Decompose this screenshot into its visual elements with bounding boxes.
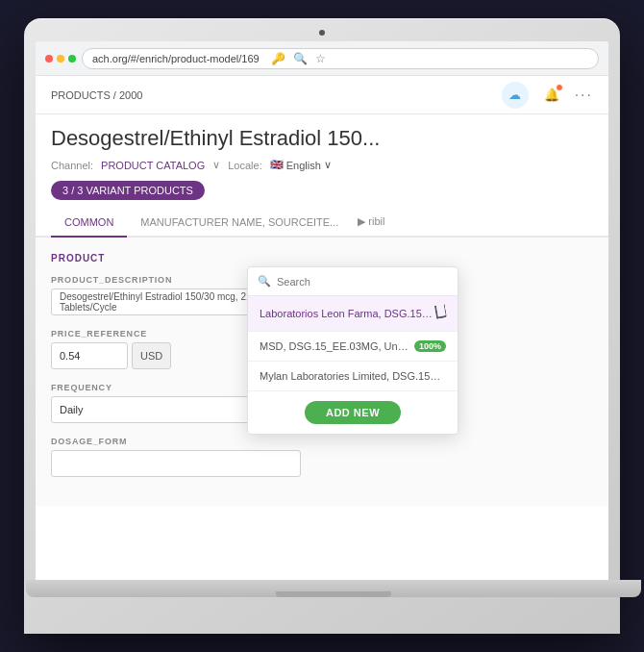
locale-value[interactable]: English [286,160,321,171]
section-label: PRODUCT [51,253,593,263]
more-menu-button[interactable]: ··· [575,87,593,104]
dosage-input[interactable] [51,450,301,477]
dropdown-search-input[interactable] [277,276,448,288]
breadcrumb-sep: / [113,89,116,101]
tabs-row: COMMON MANUFACTURER NAME, SOURCEITE... ▶… [36,208,608,238]
camera [319,30,325,36]
tab-more[interactable]: ▶ ribil [352,208,390,236]
price-input[interactable]: 0.54 [51,342,128,369]
currency-badge: USD [132,342,171,369]
address-bar[interactable]: ach.org/#/enrich/product-model/169 🔑 🔍 ☆ [82,48,599,69]
breadcrumb: PRODUCTS / 2000 [51,89,142,101]
variant-badge[interactable]: 3 / 3 VARIANT PRODUCTS [51,181,205,200]
add-new-button[interactable]: ADD NEW [305,401,401,424]
notification-badge [556,84,563,91]
dropdown-search-icon: 🔍 [258,275,271,288]
cloud-icon: ☁ [508,88,521,102]
page-content: PRODUCTS / 2000 ☁ 🔔 ··· Desoges [36,76,608,580]
dropdown-item-2[interactable]: MSD, DSG.15_EE.03MG, Unknown 100% [248,332,458,362]
dropdown-item-1[interactable]: Laboratorios Leon Farma, DSG.15_EE.03MG [248,296,458,332]
laptop-frame: ach.org/#/enrich/product-model/169 🔑 🔍 ☆… [24,18,620,634]
product-title: Desogestrel/Ethinyl Estradiol 150... [51,126,593,151]
close-dot[interactable] [45,55,53,63]
add-new-section: ADD NEW [248,391,458,434]
price-value: 0.54 [60,350,80,362]
channel-chevron: ∨ [212,159,220,171]
frequency-value: Daily [60,404,83,415]
flag-icon: 🇬🇧 [270,159,284,171]
channel-label: Channel: [51,160,93,171]
search-icon: 🔍 [293,52,308,65]
field-label-dosage: DOSAGE_FORM [51,437,593,446]
match-badge: 100% [414,340,446,352]
browser-bar: ach.org/#/enrich/product-model/169 🔑 🔍 ☆ [36,41,608,76]
form-area: PRODUCT PRODUCT_DESCRIPTION Desogestrel/… [36,238,608,506]
cursor-icon [433,305,446,322]
dropdown-item-3[interactable]: Mylan Laboratories Limited, DSG.15_EE.03… [248,362,458,391]
dropdown-overlay: 🔍 Laboratorios Leon Farma, DSG.15_EE.03M… [247,266,458,435]
meta-row: Channel: PRODUCT CATALOG ∨ Locale: 🇬🇧 En… [51,159,593,171]
window-controls [45,55,76,63]
locale-chevron: ∨ [324,159,332,171]
url-text: ach.org/#/enrich/product-model/169 [92,53,260,64]
locale-label: Locale: [228,160,261,171]
notification-button[interactable]: 🔔 [538,82,565,109]
product-header: Desogestrel/Ethinyl Estradiol 150... Cha… [36,114,608,208]
key-icon: 🔑 [271,52,285,65]
laptop-screen: ach.org/#/enrich/product-model/169 🔑 🔍 ☆… [36,41,608,580]
maximize-dot[interactable] [68,55,76,63]
dropdown-item-1-text: Laboratorios Leon Farma, DSG.15_EE.03MG [260,308,433,319]
channel-value[interactable]: PRODUCT CATALOG [101,160,205,171]
tab-common[interactable]: COMMON [51,209,127,238]
top-nav: PRODUCTS / 2000 ☁ 🔔 ··· [36,76,608,114]
top-actions: ☁ 🔔 ··· [502,82,593,109]
field-dosage-form: DOSAGE_FORM [51,437,593,477]
locale-flag: 🇬🇧 English ∨ [270,159,332,171]
laptop-base [26,580,641,597]
browser-icons: 🔑 🔍 ☆ [271,52,326,65]
minimize-dot[interactable] [57,55,64,63]
tab-manufacturer[interactable]: MANUFACTURER NAME, SOURCEITE... [127,209,352,238]
dropdown-search-bar: 🔍 [248,267,458,296]
star-icon: ☆ [315,52,326,65]
breadcrumb-prefix: PRODUCTS [51,89,111,101]
dropdown-item-2-text: MSD, DSG.15_EE.03MG, Unknown [260,340,410,352]
dropdown-item-3-text: Mylan Laboratories Limited, DSG.15_EE.03… [260,370,446,382]
cloud-button[interactable]: ☁ [502,82,529,109]
breadcrumb-count: 2000 [119,89,142,101]
